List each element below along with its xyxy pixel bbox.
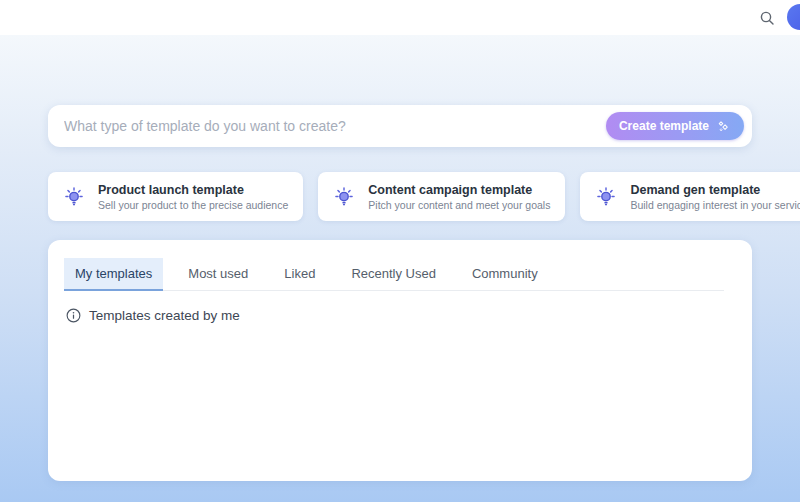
empty-state-row: Templates created by me	[64, 308, 736, 323]
template-prompt-input[interactable]	[64, 118, 606, 134]
create-template-label: Create template	[619, 119, 709, 133]
search-icon	[759, 10, 775, 26]
avatar[interactable]	[787, 4, 800, 30]
card-subtitle: Pitch your content and meet your goals	[368, 199, 550, 211]
card-content-campaign[interactable]: Content campaign template Pitch your con…	[318, 172, 565, 221]
template-creator-page: Create template	[0, 0, 800, 502]
info-icon	[66, 308, 81, 323]
card-title: Demand gen template	[630, 183, 800, 197]
tab-most-used[interactable]: Most used	[177, 258, 259, 291]
card-text: Content campaign template Pitch your con…	[368, 183, 550, 211]
lightbulb-icon	[63, 186, 85, 208]
card-text: Product launch template Sell your produc…	[98, 183, 288, 211]
card-title: Content campaign template	[368, 183, 550, 197]
card-product-launch[interactable]: Product launch template Sell your produc…	[48, 172, 303, 221]
lightbulb-icon	[333, 186, 355, 208]
template-suggestions: Product launch template Sell your produc…	[48, 172, 752, 221]
top-bar	[0, 0, 800, 35]
card-title: Product launch template	[98, 183, 288, 197]
create-template-button[interactable]: Create template	[606, 112, 744, 140]
card-demand-gen[interactable]: Demand gen template Build engaging inter…	[580, 172, 800, 221]
template-prompt-bar: Create template	[48, 105, 752, 147]
tab-my-templates[interactable]: My templates	[64, 258, 163, 291]
card-subtitle: Sell your product to the precise audienc…	[98, 199, 288, 211]
templates-tabs: My templates Most used Liked Recently Us…	[64, 258, 724, 291]
tab-community[interactable]: Community	[461, 258, 549, 291]
card-subtitle: Build engaging interest in your services	[630, 199, 800, 211]
empty-state-message: Templates created by me	[89, 308, 240, 323]
search-button[interactable]	[756, 7, 778, 29]
tab-liked[interactable]: Liked	[273, 258, 326, 291]
card-text: Demand gen template Build engaging inter…	[630, 183, 800, 211]
tab-recently-used[interactable]: Recently Used	[340, 258, 447, 291]
lightbulb-icon	[595, 186, 617, 208]
templates-panel: My templates Most used Liked Recently Us…	[48, 240, 752, 481]
sparkles-icon	[716, 119, 731, 134]
main-content: Create template	[0, 35, 800, 502]
